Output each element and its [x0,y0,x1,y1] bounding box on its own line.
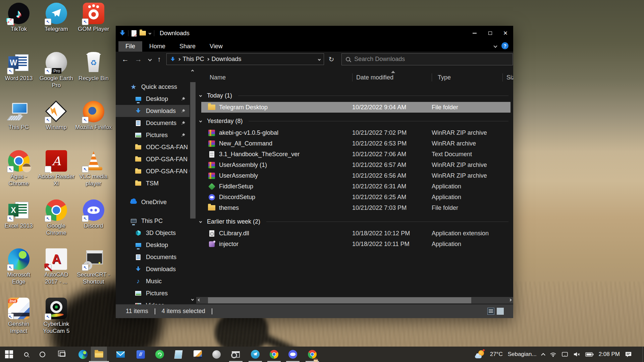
cortana-button[interactable] [38,347,47,362]
sidebar-scrollbar[interactable] [190,67,196,304]
battery-icon[interactable] [585,352,594,357]
hidden-icons-chevron-icon[interactable] [541,353,545,357]
file-row-clibrary[interactable]: CLibrary.dll 10/18/2022 10:12 PM Applica… [196,228,513,239]
title-bar[interactable]: Downloads × [116,26,513,41]
desktop-icon-recycle-bin[interactable]: ♻ Recycle Bin [75,52,112,82]
desktop-icon-securecrt[interactable]: ↖ SecureCRT - Shortcut [75,248,112,285]
column-header-size[interactable]: Size [506,74,513,81]
desktop-icon-telegram[interactable]: ↖ Telegram [38,3,75,33]
breadcrumb-chevron-icon[interactable] [206,58,209,60]
sidebar-item-pc-downloads[interactable]: Downloads [116,263,190,275]
sidebar-item-tsm[interactable]: TSM [116,177,190,189]
scroll-down-icon[interactable] [191,298,194,301]
details-view-button[interactable] [487,308,494,315]
desktop-icon-agus-chrome[interactable]: ↖ Agus - Chrome [0,150,38,187]
taskbar-whatsapp-icon[interactable] [155,347,164,362]
ribbon-collapse-icon[interactable] [493,44,497,48]
breadcrumb-this-pc[interactable]: This PC [183,56,204,63]
desktop-icon-winamp[interactable]: ↖ Winamp [38,101,75,131]
desktop-icon-autocad[interactable]: A↖ AutoCAD 2017 - ... [38,248,75,285]
sidebar-item-quick-access[interactable]: ★ Quick access [116,81,190,93]
taskbar-edge-icon[interactable] [78,347,88,362]
tab-view[interactable]: View [203,41,230,52]
taskbar-chrome-profile-icon[interactable] [308,347,317,362]
file-row-telegram-desktop[interactable]: Telegram Desktop 10/22/2022 9:04 AM File… [196,102,513,113]
help-button[interactable]: ? [501,42,508,49]
horizontal-scrollbar[interactable] [196,297,513,304]
m-app-icon[interactable]: // [136,347,145,362]
collapse-group-icon[interactable] [199,220,202,223]
desktop-icon-this-pc[interactable]: This PC [0,101,38,131]
file-row-userassembly-1[interactable]: UserAssembly (1) 10/21/2022 6:57 AM WinR… [196,160,513,170]
collapse-group-icon[interactable] [199,120,202,122]
desktop-icon-chrome[interactable]: ↖ Google Chrome [38,199,75,236]
scrollbar-thumb[interactable] [190,82,196,219]
desktop-icon-firefox[interactable]: ↖ Mozilla Firefox [75,101,112,131]
file-row-discordsetup[interactable]: DiscordSetup 10/21/2022 6:25 AM Applicat… [196,192,513,202]
taskbar-google-earth-icon[interactable] [212,347,221,362]
back-button[interactable]: ← [122,55,129,63]
file-row-injector[interactable]: injector 10/18/2022 10:11 PM Application [196,239,513,249]
file-row-akebi[interactable]: akebi-gc-v1.0.5-global 10/21/2022 7:02 P… [196,127,513,138]
refresh-button[interactable]: ↻ [329,55,334,63]
large-icons-view-button[interactable] [497,308,504,315]
column-header-name[interactable]: Name [210,74,226,81]
search-input[interactable] [354,56,508,63]
properties-icon[interactable] [131,30,137,37]
tab-file[interactable]: File [118,41,142,52]
desktop-icon-google-earth[interactable]: ↖Pro Google Earth Pro [38,52,75,89]
sidebar-item-pc-pictures[interactable]: Pictures [116,287,190,299]
taskbar-mail-icon[interactable] [116,347,125,362]
collapse-group-icon[interactable] [199,94,202,97]
desktop-icon-genshin[interactable]: 2nd↖ Genshin Impact [0,298,38,335]
weather-icon[interactable] [475,350,485,359]
column-header-date-modified[interactable]: Date modified [356,74,393,81]
desktop-icon-excel[interactable]: X↖ Excel 2013 [0,199,38,230]
taskbar-discord-icon[interactable] [288,347,298,362]
sidebar-item-odc-gsa-fan[interactable]: ODC-GSA-FAN [116,141,190,153]
file-row-new-all-command[interactable]: New_All_Command 10/21/2022 6:53 PM WinRA… [196,138,513,149]
taskbar-file-explorer-icon[interactable] [91,347,107,362]
maximize-button[interactable] [482,26,498,41]
desktop-icon-youcam[interactable]: ↖ CyberLink YouCam 5 [38,298,75,335]
desktop-icon-adobe-reader[interactable]: A↖ Adobe Reader XI [38,150,75,187]
show-desktop-button[interactable] [642,347,644,362]
file-row-userassembly[interactable]: UserAssembly 10/21/2022 6:56 AM WinRAR Z… [196,170,513,181]
recent-locations-chevron-icon[interactable] [148,57,152,61]
sidebar-item-odp-gsa-fan-1[interactable]: ODP-GSA-FAN ( [116,153,190,165]
weather-temperature[interactable]: 27°C [490,351,503,358]
clock[interactable]: 2:08 PM [599,351,620,358]
forward-button[interactable]: → [135,55,142,63]
sidebar-item-pictures[interactable]: Pictures [116,129,190,141]
address-dropdown-icon[interactable] [318,58,320,60]
search-box[interactable] [341,53,513,65]
wifi-icon[interactable] [550,352,556,357]
sidebar-item-pc-desktop[interactable]: Desktop [116,239,190,251]
group-header-today[interactable]: Today (1) [196,89,513,102]
breadcrumb-downloads[interactable]: Downloads [212,56,241,63]
desktop-icon-word[interactable]: W↖ Word 2013 [0,52,38,82]
desktop-icon-edge[interactable]: ↖ Microsoft Edge [0,248,38,285]
sidebar-item-downloads[interactable]: Downloads [116,105,190,117]
taskbar-notes-icon[interactable] [174,347,183,362]
sidebar-item-documents[interactable]: Documents [116,117,190,129]
desktop-icon-discord[interactable]: ↖ Discord [75,199,112,230]
file-row-handbook[interactable]: 3.1_Handbook_TheScore_ver 10/21/2022 7:0… [196,149,513,160]
desktop-icon-gom-player[interactable]: ↖ GOM Player [75,3,112,33]
sidebar-item-pc-documents[interactable]: Documents [116,251,190,263]
task-view-button[interactable] [58,347,67,362]
tab-share[interactable]: Share [172,41,203,52]
taskbar-securecrt-icon[interactable] [231,347,240,362]
sidebar-item-onedrive[interactable]: OneDrive [116,196,190,208]
scroll-right-icon[interactable] [509,299,512,301]
desktop-icon-tiktok[interactable]: ♪↖ TikTok [0,3,38,33]
new-folder-icon[interactable] [140,31,146,36]
column-header-type[interactable]: Type [438,74,451,81]
customize-toolbar-chevron-icon[interactable] [149,32,151,35]
search-button[interactable] [21,347,31,362]
sidebar-item-desktop[interactable]: Desktop [116,93,190,105]
minimize-button[interactable] [467,26,482,41]
sidebar-item-music[interactable]: ♪ Music [116,275,190,287]
sidebar-item-3d-objects[interactable]: 3D Objects [116,227,190,239]
taskbar-telegram-icon[interactable] [251,347,260,362]
